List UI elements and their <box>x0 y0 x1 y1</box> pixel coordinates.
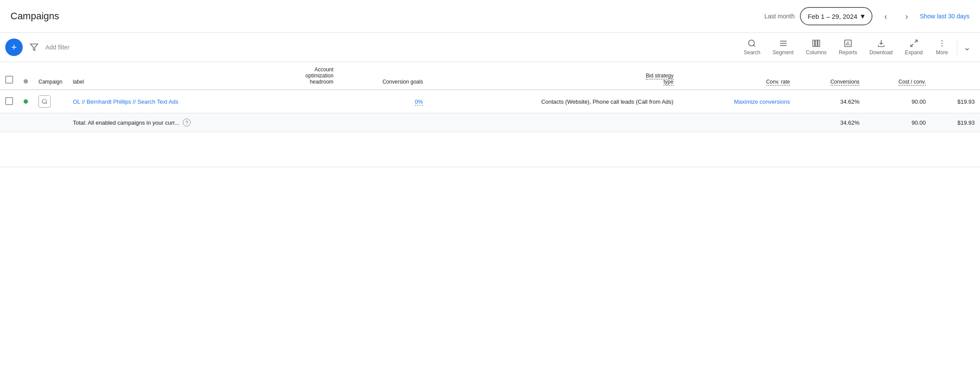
row-conversions: 90.00 <box>865 90 931 113</box>
campaigns-table: Campaign label Accountoptimizationheadro… <box>0 62 980 167</box>
columns-action[interactable]: Columns <box>800 36 833 58</box>
row-label <box>271 90 338 113</box>
svg-rect-8 <box>818 40 820 47</box>
conversion-goals-value: Contacts (Website), Phone call leads (Ca… <box>541 98 674 105</box>
reports-icon <box>844 39 852 48</box>
toolbar-right: Search Segment Columns <box>737 36 975 58</box>
svg-point-17 <box>942 46 943 47</box>
campaigns-table-container: Campaign label Accountoptimizationheadro… <box>0 62 980 167</box>
svg-rect-7 <box>816 40 817 47</box>
header-account-opt: Accountoptimizationheadroom <box>271 62 338 90</box>
expand-label: Expand <box>905 49 923 56</box>
download-label: Download <box>869 49 893 56</box>
total-label-text: Total: All enabled campaigns in your cur… <box>73 119 180 126</box>
expand-icon <box>910 39 918 48</box>
search-icon <box>747 39 756 48</box>
row-account-opt[interactable]: 0% <box>339 90 428 113</box>
row-bid-strategy[interactable]: Maximize conversions <box>679 90 796 113</box>
filter-icon[interactable] <box>26 39 42 55</box>
total-conversions-value: 90.00 <box>912 119 926 126</box>
total-dot-cell <box>18 113 33 132</box>
account-opt-value[interactable]: 0% <box>415 98 423 105</box>
conversion-goals-col-label: Conversion goals <box>382 79 423 85</box>
total-conv-rate: 34.62% <box>795 113 865 132</box>
toolbar: + Add filter Search <box>0 33 980 62</box>
expand-action[interactable]: Expand <box>899 36 929 58</box>
more-action[interactable]: More <box>929 36 955 58</box>
toolbar-left: + Add filter <box>5 38 736 56</box>
header-status-cell <box>18 62 33 90</box>
columns-icon <box>812 39 820 48</box>
add-filter-label[interactable]: Add filter <box>45 44 70 51</box>
empty-row <box>0 132 980 167</box>
header-conversion-goals: Conversion goals <box>339 62 428 90</box>
reports-action[interactable]: Reports <box>833 36 863 58</box>
row-campaign-name[interactable]: OL // Bernhardt Phillips // Search Text … <box>68 90 271 113</box>
header-conv-rate: Conv. rate <box>679 62 796 90</box>
row-checkbox-cell[interactable] <box>0 90 18 113</box>
cost-conv-value: $19.93 <box>957 98 975 105</box>
next-period-button[interactable]: › <box>899 8 914 24</box>
header-bid-strategy: Bid strategytype <box>428 62 679 90</box>
active-status-dot <box>24 99 28 104</box>
collapse-button[interactable]: ⌄ <box>959 39 975 55</box>
header-label: label <box>68 62 271 90</box>
account-opt-col-label: Accountoptimizationheadroom <box>306 66 334 85</box>
search-action[interactable]: Search <box>737 36 766 58</box>
header-campaign: Campaign <box>33 62 68 90</box>
page-title: Campaigns <box>10 10 765 22</box>
bid-strategy-col-label[interactable]: Bid strategytype <box>646 73 673 86</box>
page-header: Campaigns Last month Feb 1 – 29, 2024 ▾ … <box>0 0 980 33</box>
total-label-cell: Total: All enabled campaigns in your cur… <box>68 113 339 132</box>
segment-action[interactable]: Segment <box>767 36 800 58</box>
cost-conv-col-label[interactable]: Cost / conv. <box>899 79 926 86</box>
total-conv-rate-value: 34.62% <box>840 119 859 126</box>
svg-marker-0 <box>31 44 38 51</box>
row-checkbox[interactable] <box>5 97 13 105</box>
more-icon <box>938 39 946 48</box>
header-checkbox-cell[interactable] <box>0 62 18 90</box>
date-label: Last month <box>765 13 795 20</box>
select-all-checkbox[interactable] <box>5 76 13 84</box>
toolbar-divider <box>957 39 957 55</box>
download-icon <box>877 39 886 48</box>
more-label: More <box>936 49 948 56</box>
total-conversion-goals <box>428 113 679 132</box>
add-button[interactable]: + <box>5 38 23 56</box>
row-cost-conv: $19.93 <box>931 90 980 113</box>
table-header-row: Campaign label Accountoptimizationheadro… <box>0 62 980 90</box>
total-row: Total: All enabled campaigns in your cur… <box>0 113 980 132</box>
conv-rate-value: 34.62% <box>840 98 859 105</box>
total-cost-conv: $19.93 <box>931 113 980 132</box>
segment-label: Segment <box>773 49 794 56</box>
total-checkbox-cell <box>0 113 18 132</box>
table-row: OL // Bernhardt Phillips // Search Text … <box>0 90 980 113</box>
status-dot <box>24 79 28 84</box>
download-action[interactable]: Download <box>863 36 899 58</box>
help-icon[interactable]: ? <box>183 119 191 126</box>
conv-rate-col-label[interactable]: Conv. rate <box>766 79 790 86</box>
total-label-container: Total: All enabled campaigns in your cur… <box>73 119 334 126</box>
header-conversions: Conversions <box>795 62 865 90</box>
empty-cell <box>0 132 980 167</box>
svg-line-14 <box>910 44 913 47</box>
svg-line-2 <box>754 45 755 47</box>
reports-label: Reports <box>839 49 857 56</box>
total-bid-strategy <box>679 113 796 132</box>
segment-icon <box>779 39 788 48</box>
conversions-col-label[interactable]: Conversions <box>831 79 860 86</box>
prev-period-button[interactable]: ‹ <box>878 8 893 24</box>
campaign-link[interactable]: OL // Bernhardt Phillips // Search Text … <box>73 98 178 105</box>
date-range-picker[interactable]: Feb 1 – 29, 2024 ▾ <box>800 7 872 25</box>
show-last-30-days-link[interactable]: Show last 30 days <box>920 13 970 20</box>
label-col-label: label <box>73 79 84 85</box>
total-account-opt <box>339 113 428 132</box>
svg-line-13 <box>914 40 917 43</box>
total-conversions: 90.00 <box>865 113 931 132</box>
search-label: Search <box>744 49 760 56</box>
conversions-value: 90.00 <box>912 98 926 105</box>
bid-strategy-value[interactable]: Maximize conversions <box>734 98 790 105</box>
row-icon-cell <box>33 90 68 113</box>
date-range-text: Feb 1 – 29, 2024 <box>808 13 857 20</box>
svg-rect-6 <box>813 40 815 47</box>
